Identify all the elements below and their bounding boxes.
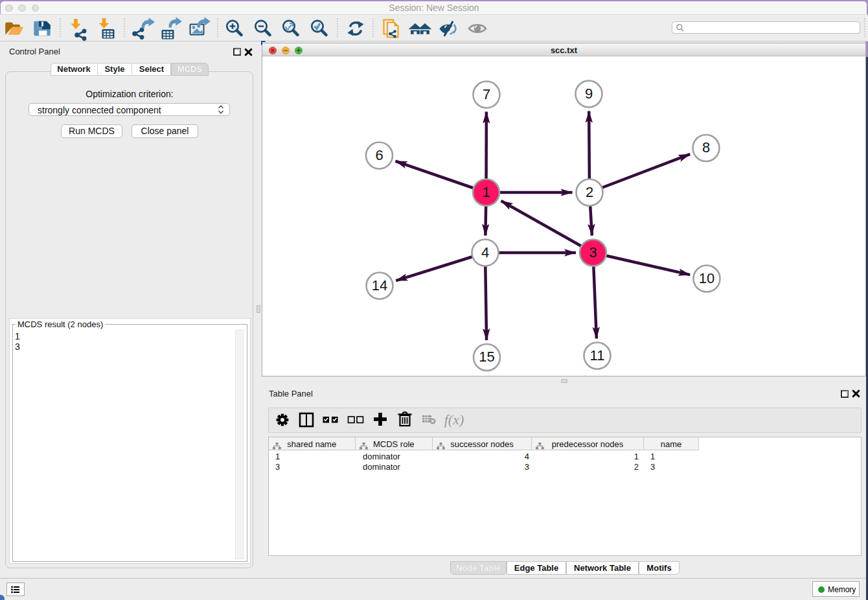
svg-text:15: 15: [479, 349, 494, 365]
svg-text:1: 1: [482, 184, 490, 200]
svg-text:4: 4: [481, 244, 489, 260]
svg-text:7: 7: [483, 86, 490, 102]
svg-text:10: 10: [699, 270, 714, 286]
svg-text:8: 8: [702, 139, 710, 156]
svg-text:6: 6: [375, 147, 383, 163]
svg-text:14: 14: [372, 277, 387, 294]
svg-text:11: 11: [590, 347, 605, 363]
svg-text:3: 3: [589, 244, 597, 260]
svg-text:9: 9: [585, 86, 593, 102]
svg-text:2: 2: [586, 184, 593, 200]
svg-text:f(x): f(x): [444, 411, 464, 428]
